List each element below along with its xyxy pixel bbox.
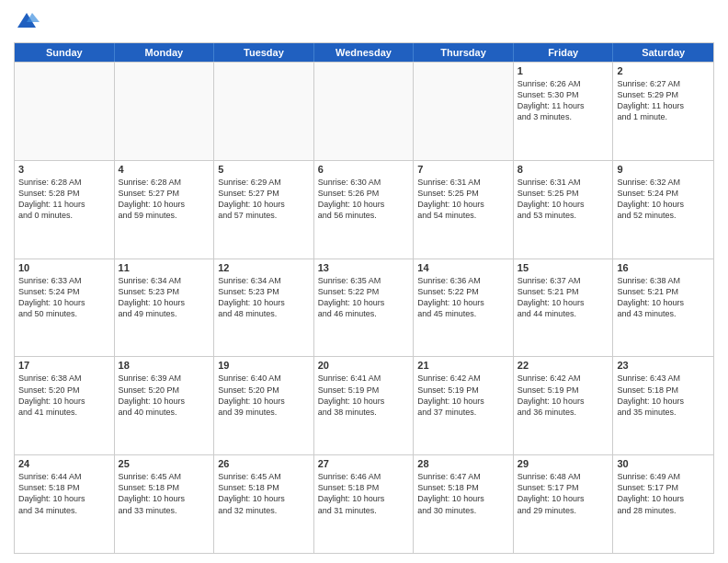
- header-day-saturday: Saturday: [613, 43, 713, 62]
- empty-cell: [115, 63, 215, 160]
- cell-text: Sunrise: 6:43 AM Sunset: 5:18 PM Dayligh…: [617, 373, 710, 418]
- cell-text: Sunrise: 6:42 AM Sunset: 5:19 PM Dayligh…: [518, 373, 609, 418]
- cell-text: Sunrise: 6:39 AM Sunset: 5:20 PM Dayligh…: [119, 373, 210, 418]
- day-number: 24: [18, 458, 110, 469]
- day-cell-16: 16Sunrise: 6:38 AM Sunset: 5:21 PM Dayli…: [613, 259, 713, 357]
- day-cell-26: 26Sunrise: 6:45 AM Sunset: 5:18 PM Dayli…: [214, 455, 314, 553]
- day-cell-29: 29Sunrise: 6:48 AM Sunset: 5:17 PM Dayli…: [514, 455, 614, 553]
- day-number: 17: [18, 360, 110, 371]
- cell-text: Sunrise: 6:32 AM Sunset: 5:24 PM Dayligh…: [617, 177, 710, 222]
- day-number: 29: [518, 458, 609, 469]
- day-number: 2: [617, 65, 710, 76]
- day-number: 11: [119, 262, 210, 273]
- cell-text: Sunrise: 6:49 AM Sunset: 5:17 PM Dayligh…: [617, 471, 710, 516]
- cell-text: Sunrise: 6:42 AM Sunset: 5:19 PM Dayligh…: [417, 373, 509, 418]
- day-cell-8: 8Sunrise: 6:31 AM Sunset: 5:25 PM Daylig…: [514, 161, 614, 259]
- day-number: 18: [119, 360, 210, 371]
- day-cell-30: 30Sunrise: 6:49 AM Sunset: 5:17 PM Dayli…: [613, 455, 713, 553]
- header-day-monday: Monday: [115, 43, 215, 62]
- day-number: 1: [518, 65, 609, 76]
- header-day-tuesday: Tuesday: [214, 43, 314, 62]
- cell-text: Sunrise: 6:28 AM Sunset: 5:27 PM Dayligh…: [119, 177, 210, 222]
- logo-icon: [14, 9, 40, 35]
- cell-text: Sunrise: 6:30 AM Sunset: 5:26 PM Dayligh…: [318, 177, 410, 222]
- day-cell-25: 25Sunrise: 6:45 AM Sunset: 5:18 PM Dayli…: [115, 455, 215, 553]
- day-cell-27: 27Sunrise: 6:46 AM Sunset: 5:18 PM Dayli…: [314, 455, 415, 553]
- day-number: 22: [518, 360, 609, 371]
- cell-text: Sunrise: 6:37 AM Sunset: 5:21 PM Dayligh…: [518, 275, 609, 320]
- day-number: 28: [417, 458, 509, 469]
- day-number: 7: [417, 164, 509, 175]
- day-cell-12: 12Sunrise: 6:34 AM Sunset: 5:23 PM Dayli…: [214, 259, 314, 357]
- day-number: 14: [417, 262, 509, 273]
- day-cell-14: 14Sunrise: 6:36 AM Sunset: 5:22 PM Dayli…: [414, 259, 514, 357]
- cell-text: Sunrise: 6:38 AM Sunset: 5:20 PM Dayligh…: [18, 373, 110, 418]
- day-cell-19: 19Sunrise: 6:40 AM Sunset: 5:20 PM Dayli…: [214, 357, 314, 454]
- day-cell-3: 3Sunrise: 6:28 AM Sunset: 5:28 PM Daylig…: [15, 161, 115, 259]
- day-number: 23: [617, 360, 710, 371]
- calendar-row-4: 24Sunrise: 6:44 AM Sunset: 5:18 PM Dayli…: [15, 454, 713, 553]
- day-cell-18: 18Sunrise: 6:39 AM Sunset: 5:20 PM Dayli…: [115, 357, 215, 454]
- day-cell-17: 17Sunrise: 6:38 AM Sunset: 5:20 PM Dayli…: [15, 357, 115, 454]
- cell-text: Sunrise: 6:41 AM Sunset: 5:19 PM Dayligh…: [318, 373, 410, 418]
- cell-text: Sunrise: 6:35 AM Sunset: 5:22 PM Dayligh…: [318, 275, 410, 320]
- calendar-row-1: 3Sunrise: 6:28 AM Sunset: 5:28 PM Daylig…: [15, 160, 713, 259]
- day-number: 3: [18, 164, 110, 175]
- calendar-body: 1Sunrise: 6:26 AM Sunset: 5:30 PM Daylig…: [15, 62, 713, 553]
- day-number: 25: [119, 458, 210, 469]
- cell-text: Sunrise: 6:40 AM Sunset: 5:20 PM Dayligh…: [218, 373, 310, 418]
- day-number: 6: [318, 164, 410, 175]
- header-day-friday: Friday: [514, 43, 614, 62]
- day-number: 15: [518, 262, 609, 273]
- day-cell-10: 10Sunrise: 6:33 AM Sunset: 5:24 PM Dayli…: [15, 259, 115, 357]
- day-cell-15: 15Sunrise: 6:37 AM Sunset: 5:21 PM Dayli…: [514, 259, 614, 357]
- cell-text: Sunrise: 6:48 AM Sunset: 5:17 PM Dayligh…: [518, 471, 609, 516]
- day-cell-21: 21Sunrise: 6:42 AM Sunset: 5:19 PM Dayli…: [414, 357, 514, 454]
- day-number: 30: [617, 458, 710, 469]
- day-number: 27: [318, 458, 410, 469]
- cell-text: Sunrise: 6:44 AM Sunset: 5:18 PM Dayligh…: [18, 471, 110, 516]
- day-cell-6: 6Sunrise: 6:30 AM Sunset: 5:26 PM Daylig…: [314, 161, 415, 259]
- day-number: 4: [119, 164, 210, 175]
- day-cell-1: 1Sunrise: 6:26 AM Sunset: 5:30 PM Daylig…: [514, 63, 614, 160]
- cell-text: Sunrise: 6:45 AM Sunset: 5:18 PM Dayligh…: [119, 471, 210, 516]
- day-cell-4: 4Sunrise: 6:28 AM Sunset: 5:27 PM Daylig…: [115, 161, 215, 259]
- day-number: 19: [218, 360, 310, 371]
- day-cell-11: 11Sunrise: 6:34 AM Sunset: 5:23 PM Dayli…: [115, 259, 215, 357]
- header: [14, 9, 714, 35]
- cell-text: Sunrise: 6:29 AM Sunset: 5:27 PM Dayligh…: [218, 177, 310, 222]
- day-number: 10: [18, 262, 110, 273]
- cell-text: Sunrise: 6:27 AM Sunset: 5:29 PM Dayligh…: [617, 78, 710, 123]
- cell-text: Sunrise: 6:31 AM Sunset: 5:25 PM Dayligh…: [518, 177, 609, 222]
- day-cell-24: 24Sunrise: 6:44 AM Sunset: 5:18 PM Dayli…: [15, 455, 115, 553]
- page: SundayMondayTuesdayWednesdayThursdayFrid…: [0, 0, 728, 563]
- calendar: SundayMondayTuesdayWednesdayThursdayFrid…: [14, 42, 714, 554]
- day-cell-13: 13Sunrise: 6:35 AM Sunset: 5:22 PM Dayli…: [314, 259, 415, 357]
- calendar-row-3: 17Sunrise: 6:38 AM Sunset: 5:20 PM Dayli…: [15, 356, 713, 454]
- cell-text: Sunrise: 6:34 AM Sunset: 5:23 PM Dayligh…: [119, 275, 210, 320]
- empty-cell: [214, 63, 314, 160]
- day-number: 5: [218, 164, 310, 175]
- cell-text: Sunrise: 6:31 AM Sunset: 5:25 PM Dayligh…: [417, 177, 509, 222]
- day-number: 26: [218, 458, 310, 469]
- cell-text: Sunrise: 6:26 AM Sunset: 5:30 PM Dayligh…: [518, 78, 609, 123]
- cell-text: Sunrise: 6:33 AM Sunset: 5:24 PM Dayligh…: [18, 275, 110, 320]
- day-number: 12: [218, 262, 310, 273]
- calendar-row-2: 10Sunrise: 6:33 AM Sunset: 5:24 PM Dayli…: [15, 259, 713, 357]
- cell-text: Sunrise: 6:47 AM Sunset: 5:18 PM Dayligh…: [417, 471, 509, 516]
- day-number: 13: [318, 262, 410, 273]
- day-number: 16: [617, 262, 710, 273]
- day-cell-5: 5Sunrise: 6:29 AM Sunset: 5:27 PM Daylig…: [214, 161, 314, 259]
- empty-cell: [414, 63, 514, 160]
- day-number: 20: [318, 360, 410, 371]
- header-day-sunday: Sunday: [15, 43, 115, 62]
- cell-text: Sunrise: 6:36 AM Sunset: 5:22 PM Dayligh…: [417, 275, 509, 320]
- day-cell-9: 9Sunrise: 6:32 AM Sunset: 5:24 PM Daylig…: [613, 161, 713, 259]
- cell-text: Sunrise: 6:28 AM Sunset: 5:28 PM Dayligh…: [18, 177, 110, 222]
- cell-text: Sunrise: 6:34 AM Sunset: 5:23 PM Dayligh…: [218, 275, 310, 320]
- cell-text: Sunrise: 6:38 AM Sunset: 5:21 PM Dayligh…: [617, 275, 710, 320]
- calendar-row-0: 1Sunrise: 6:26 AM Sunset: 5:30 PM Daylig…: [15, 62, 713, 160]
- header-day-wednesday: Wednesday: [314, 43, 415, 62]
- day-cell-22: 22Sunrise: 6:42 AM Sunset: 5:19 PM Dayli…: [514, 357, 614, 454]
- calendar-header: SundayMondayTuesdayWednesdayThursdayFrid…: [15, 43, 713, 62]
